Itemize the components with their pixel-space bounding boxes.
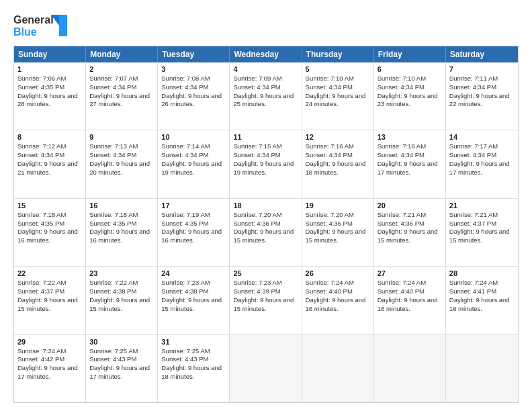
daylight-text: Daylight: 9 hours and 16 minutes. [161, 228, 226, 245]
sunrise-text: Sunrise: 7:18 AM [17, 211, 82, 220]
sunset-text: Sunset: 4:34 PM [89, 83, 154, 92]
sunrise-text: Sunrise: 7:09 AM [233, 75, 298, 83]
sunset-text: Sunset: 4:35 PM [161, 220, 226, 228]
sunrise-text: Sunrise: 7:24 AM [449, 279, 515, 287]
empty-cell-w4-c3 [230, 335, 302, 402]
day-number: 9 [89, 133, 154, 141]
sunrise-text: Sunrise: 7:24 AM [378, 279, 442, 287]
day-number: 6 [378, 65, 442, 73]
sunset-text: Sunset: 4:34 PM [449, 83, 515, 92]
day-number: 30 [89, 338, 154, 346]
logo: GeneralBlue [13, 12, 71, 39]
daylight-text: Daylight: 9 hours and 17 minutes. [378, 160, 442, 177]
sunrise-text: Sunrise: 7:24 AM [17, 347, 82, 356]
week-row-2: 8Sunrise: 7:12 AMSunset: 4:34 PMDaylight… [14, 130, 518, 198]
sunrise-text: Sunrise: 7:11 AM [449, 75, 515, 83]
day-number: 17 [161, 201, 226, 210]
day-cell-26: 26Sunrise: 7:24 AMSunset: 4:40 PMDayligh… [302, 267, 374, 334]
sunset-text: Sunset: 4:39 PM [233, 287, 298, 296]
header-cell-sunday: Sunday [14, 46, 86, 62]
daylight-text: Daylight: 9 hours and 24 minutes. [306, 92, 370, 109]
week-row-5: 29Sunrise: 7:24 AMSunset: 4:42 PMDayligh… [14, 335, 518, 402]
day-cell-29: 29Sunrise: 7:24 AMSunset: 4:42 PMDayligh… [14, 335, 86, 402]
daylight-text: Daylight: 9 hours and 16 minutes. [89, 228, 154, 245]
sunrise-text: Sunrise: 7:14 AM [161, 142, 226, 151]
empty-cell-w4-c6 [446, 335, 518, 402]
daylight-text: Daylight: 9 hours and 15 minutes. [233, 228, 298, 245]
sunrise-text: Sunrise: 7:23 AM [233, 279, 298, 287]
day-number: 7 [449, 65, 515, 73]
day-number: 21 [449, 201, 515, 210]
day-cell-23: 23Sunrise: 7:22 AMSunset: 4:38 PMDayligh… [86, 267, 158, 334]
daylight-text: Daylight: 9 hours and 16 minutes. [449, 296, 515, 314]
day-number: 29 [17, 338, 82, 346]
sunset-text: Sunset: 4:35 PM [17, 83, 82, 92]
day-cell-22: 22Sunrise: 7:22 AMSunset: 4:37 PMDayligh… [14, 267, 86, 334]
daylight-text: Daylight: 9 hours and 22 minutes. [449, 92, 515, 109]
header-cell-monday: Monday [86, 46, 158, 62]
header-cell-wednesday: Wednesday [230, 46, 302, 62]
day-number: 20 [378, 201, 442, 210]
sunrise-text: Sunrise: 7:10 AM [378, 75, 442, 83]
sunset-text: Sunset: 4:38 PM [89, 287, 154, 296]
sunrise-text: Sunrise: 7:16 AM [378, 142, 442, 151]
day-number: 28 [449, 269, 515, 277]
sunset-text: Sunset: 4:36 PM [306, 220, 370, 228]
day-cell-1: 1Sunrise: 7:06 AMSunset: 4:35 PMDaylight… [14, 62, 86, 130]
page: GeneralBlue SundayMondayTuesdayWednesday… [0, 0, 532, 411]
sunrise-text: Sunrise: 7:12 AM [17, 142, 82, 151]
daylight-text: Daylight: 9 hours and 15 minutes. [306, 228, 370, 245]
day-cell-11: 11Sunrise: 7:15 AMSunset: 4:34 PMDayligh… [230, 130, 302, 197]
daylight-text: Daylight: 9 hours and 16 minutes. [378, 296, 442, 314]
sunset-text: Sunset: 4:34 PM [161, 151, 226, 160]
daylight-text: Daylight: 9 hours and 25 minutes. [233, 92, 298, 109]
sunset-text: Sunset: 4:34 PM [233, 83, 298, 92]
daylight-text: Daylight: 9 hours and 15 minutes. [161, 296, 226, 314]
day-cell-14: 14Sunrise: 7:17 AMSunset: 4:34 PMDayligh… [446, 130, 518, 197]
sunset-text: Sunset: 4:37 PM [449, 220, 515, 228]
svg-marker-2 [59, 15, 67, 36]
header: GeneralBlue [13, 12, 519, 39]
day-cell-25: 25Sunrise: 7:23 AMSunset: 4:39 PMDayligh… [230, 267, 302, 334]
sunrise-text: Sunrise: 7:17 AM [449, 142, 515, 151]
daylight-text: Daylight: 9 hours and 20 minutes. [89, 160, 154, 177]
daylight-text: Daylight: 9 hours and 23 minutes. [378, 92, 442, 109]
day-number: 2 [89, 65, 154, 73]
sunrise-text: Sunrise: 7:21 AM [449, 211, 515, 220]
sunset-text: Sunset: 4:35 PM [17, 220, 82, 228]
logo-svg: GeneralBlue [13, 12, 71, 39]
day-number: 16 [89, 201, 154, 210]
day-number: 26 [306, 269, 370, 277]
daylight-text: Daylight: 9 hours and 17 minutes. [449, 160, 515, 177]
day-cell-19: 19Sunrise: 7:20 AMSunset: 4:36 PMDayligh… [302, 199, 374, 266]
sunrise-text: Sunrise: 7:25 AM [161, 347, 226, 356]
week-row-3: 15Sunrise: 7:18 AMSunset: 4:35 PMDayligh… [14, 199, 518, 267]
sunrise-text: Sunrise: 7:08 AM [161, 75, 226, 83]
sunset-text: Sunset: 4:37 PM [17, 287, 82, 296]
day-cell-31: 31Sunrise: 7:25 AMSunset: 4:43 PMDayligh… [158, 335, 230, 402]
day-cell-27: 27Sunrise: 7:24 AMSunset: 4:40 PMDayligh… [374, 267, 446, 334]
day-number: 13 [378, 133, 442, 141]
daylight-text: Daylight: 9 hours and 15 minutes. [17, 296, 82, 314]
day-cell-21: 21Sunrise: 7:21 AMSunset: 4:37 PMDayligh… [446, 199, 518, 266]
daylight-text: Daylight: 9 hours and 27 minutes. [89, 92, 154, 109]
sunrise-text: Sunrise: 7:06 AM [17, 75, 82, 83]
daylight-text: Daylight: 9 hours and 21 minutes. [17, 160, 82, 177]
day-cell-3: 3Sunrise: 7:08 AMSunset: 4:34 PMDaylight… [158, 62, 230, 130]
sunset-text: Sunset: 4:34 PM [449, 151, 515, 160]
sunrise-text: Sunrise: 7:10 AM [306, 75, 370, 83]
sunset-text: Sunset: 4:34 PM [233, 151, 298, 160]
day-number: 19 [306, 201, 370, 210]
daylight-text: Daylight: 9 hours and 15 minutes. [233, 296, 298, 314]
calendar-body: 1Sunrise: 7:06 AMSunset: 4:35 PMDaylight… [14, 62, 518, 402]
sunrise-text: Sunrise: 7:22 AM [89, 279, 154, 287]
sunset-text: Sunset: 4:34 PM [378, 83, 442, 92]
sunrise-text: Sunrise: 7:13 AM [89, 142, 154, 151]
sunrise-text: Sunrise: 7:20 AM [306, 211, 370, 220]
day-cell-13: 13Sunrise: 7:16 AMSunset: 4:34 PMDayligh… [374, 130, 446, 197]
day-number: 15 [17, 201, 82, 210]
empty-cell-w4-c5 [374, 335, 446, 402]
day-cell-7: 7Sunrise: 7:11 AMSunset: 4:34 PMDaylight… [446, 62, 518, 130]
day-number: 24 [161, 269, 226, 277]
day-number: 5 [306, 65, 370, 73]
